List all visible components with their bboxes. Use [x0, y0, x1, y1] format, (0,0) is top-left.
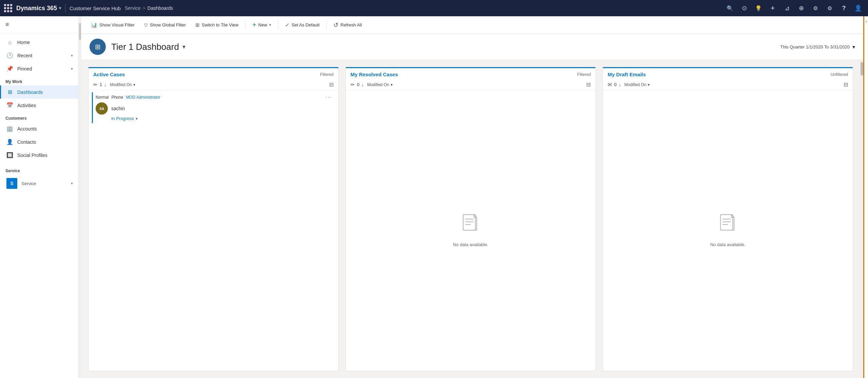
case-item-more-icon[interactable]: ···	[326, 94, 332, 100]
switch-tile-view-button[interactable]: ⊞ Switch to Tile View	[191, 20, 242, 30]
case-item-main: sa sachin	[96, 102, 332, 115]
pinned-chevron-icon[interactable]: ▾	[71, 66, 73, 71]
vertical-scrollbar[interactable]	[860, 60, 863, 378]
sidebar-item-activities-label: Activities	[17, 103, 36, 108]
profile-icon[interactable]: 👤	[852, 2, 864, 14]
active-cases-sort-chevron-icon[interactable]: ▾	[133, 82, 135, 87]
circle-plus-icon[interactable]: ⊕	[795, 2, 807, 14]
service-section-header: Service	[0, 164, 78, 175]
active-cases-sort-label: Modified On	[110, 82, 132, 87]
new-chevron-icon[interactable]: ▾	[269, 23, 271, 27]
draft-emails-title: My Draft Emails	[608, 72, 646, 77]
draft-emails-toolbar: ✉ 0 ↓ Modified On ▾ ⊟	[603, 79, 853, 90]
activity-icon[interactable]: ⊙	[738, 2, 750, 14]
sidebar-item-dashboards[interactable]: ⊞ Dashboards	[0, 85, 78, 99]
resolved-cases-view-toggle[interactable]: ⊟	[586, 81, 591, 88]
resolved-cases-sort-field[interactable]: Modified On ▾	[367, 82, 393, 87]
app-grid-icon[interactable]	[4, 4, 12, 12]
resolved-cases-grid-icon: ⊟	[586, 82, 591, 87]
dashboard-title-chevron-icon[interactable]: ▾	[182, 43, 185, 51]
show-global-filter-button[interactable]: ▽ Show Global Filter	[140, 20, 190, 30]
new-button[interactable]: + New ▾	[248, 19, 275, 31]
service-icon: S	[6, 178, 17, 189]
draft-emails-body: No data available.	[603, 90, 853, 371]
search-icon[interactable]: 🔍	[724, 2, 736, 14]
sidebar-scrollbar[interactable]	[79, 16, 81, 378]
set-as-default-button[interactable]: ✓ Set As Default	[281, 20, 323, 30]
my-resolved-cases-card: My Resolved Cases Filtered ✏ 0 ↓ Modifie…	[346, 67, 596, 371]
svg-rect-5	[723, 219, 731, 220]
active-cases-sort-down-icon[interactable]: ↓	[104, 82, 106, 87]
home-icon: ⌂	[6, 39, 13, 45]
sidebar-item-contacts[interactable]: 👤 Contacts	[0, 135, 78, 148]
resolved-cases-filter-status: Filtered	[577, 72, 591, 77]
new-icon: +	[252, 21, 256, 29]
command-bar: 📊 Show Visual Filter ▽ Show Global Filte…	[81, 16, 863, 34]
brand-chevron-icon[interactable]: ▾	[59, 6, 61, 11]
sidebar-item-contacts-label: Contacts	[17, 139, 36, 145]
toolbar-divider-2	[278, 21, 278, 29]
lightbulb-icon[interactable]: 💡	[753, 2, 764, 14]
resolved-cases-count: 0	[357, 82, 359, 87]
show-visual-filter-button[interactable]: 📊 Show Visual Filter	[87, 20, 139, 30]
resolved-cases-sort-chevron-icon[interactable]: ▾	[391, 82, 393, 87]
case-status-text[interactable]: In Progress	[111, 116, 134, 121]
draft-emails-sort-field[interactable]: Modified On ▾	[625, 82, 650, 87]
my-draft-emails-card: My Draft Emails Unfiltered ✉ 0 ↓ Modifie…	[603, 67, 853, 371]
case-owner[interactable]: MOD Administrator	[126, 95, 160, 100]
contacts-icon: 👤	[6, 139, 13, 145]
sidebar-item-dashboards-label: Dashboards	[17, 89, 43, 95]
draft-emails-view-toggle[interactable]: ⊟	[844, 81, 848, 88]
no-data-email-icon	[719, 214, 737, 238]
help-icon[interactable]: ?	[838, 2, 850, 14]
active-cases-grid-icon: ⊟	[329, 82, 334, 87]
right-panel-toggle-button[interactable]: ‹	[864, 16, 868, 26]
active-cases-header: Active Cases Filtered	[88, 67, 338, 79]
gear-icon[interactable]: ⚙	[824, 2, 835, 14]
active-cases-view-toggle[interactable]: ⊟	[329, 81, 334, 88]
resolved-cases-toolbar: ✏ 0 ↓ Modified On ▾ ⊟	[346, 79, 596, 90]
sidebar-item-recent[interactable]: 🕐 Recent ▾	[0, 49, 78, 62]
switch-tile-view-label: Switch to Tile View	[202, 22, 238, 27]
draft-emails-grid-icon: ⊟	[844, 82, 848, 87]
draft-emails-sort-label: Modified On	[625, 82, 647, 87]
sidebar-item-activities[interactable]: 📅 Activities	[0, 99, 78, 112]
case-avatar: sa	[96, 102, 108, 115]
dashboard-date-range: This Quarter 1/1/2020 To 3/31/2020 ▾	[780, 44, 855, 50]
filter-funnel-icon[interactable]: ⊿	[781, 2, 793, 14]
toolbar-divider-1	[245, 21, 245, 29]
sidebar-item-social-profiles[interactable]: 🔲 Social Profiles	[0, 148, 78, 162]
refresh-all-label: Refresh All	[340, 22, 362, 27]
sidebar-item-service-label: Service	[21, 181, 36, 186]
show-visual-filter-label: Show Visual Filter	[99, 22, 135, 27]
breadcrumb-separator: >	[143, 5, 145, 11]
settings-icon[interactable]: ⚙	[810, 2, 821, 14]
draft-emails-sort-down-icon[interactable]: ↓	[619, 82, 621, 87]
draft-emails-sort-chevron-icon[interactable]: ▾	[648, 82, 650, 87]
recent-chevron-icon[interactable]: ▾	[71, 53, 73, 58]
new-label: New	[258, 22, 267, 27]
case-status-chevron-icon[interactable]: ▾	[136, 116, 138, 121]
cards-scrollable-area: Active Cases Filtered ✏ 1 ↓ Modified On …	[81, 60, 863, 378]
active-cases-count: 1	[100, 82, 102, 87]
dashboard-date-chevron-icon[interactable]: ▾	[852, 44, 855, 50]
sidebar-item-accounts[interactable]: 🏢 Accounts	[0, 122, 78, 135]
resolved-cases-title: My Resolved Cases	[351, 72, 398, 77]
draft-emails-filter-status: Unfiltered	[831, 72, 848, 77]
refresh-all-button[interactable]: ↺ Refresh All	[329, 19, 366, 31]
top-navigation: Dynamics 365 ▾ Customer Service Hub Serv…	[0, 0, 868, 16]
active-cases-edit-icon[interactable]: ✏	[93, 82, 98, 88]
sidebar-item-service[interactable]: S Service ▾	[0, 175, 78, 196]
sidebar-toggle-button[interactable]: ≡	[0, 16, 78, 33]
add-icon[interactable]: +	[767, 2, 778, 14]
cards-area: Active Cases Filtered ✏ 1 ↓ Modified On …	[81, 60, 860, 378]
top-nav-actions: 🔍 ⊙ 💡 + ⊿ ⊕ ⚙ ⚙ ? 👤	[724, 2, 864, 14]
global-filter-icon: ▽	[144, 22, 148, 28]
resolved-cases-edit-icon[interactable]: ✏	[351, 82, 355, 88]
sidebar-item-home[interactable]: ⌂ Home	[0, 36, 78, 49]
brand-logo[interactable]: Dynamics 365 ▾	[16, 5, 61, 12]
sidebar-item-pinned[interactable]: 📌 Pinned ▾	[0, 62, 78, 75]
resolved-cases-sort-down-icon[interactable]: ↓	[361, 82, 364, 87]
active-cases-sort-field[interactable]: Modified On ▾	[110, 82, 135, 87]
service-chevron-icon[interactable]: ▾	[71, 181, 73, 186]
